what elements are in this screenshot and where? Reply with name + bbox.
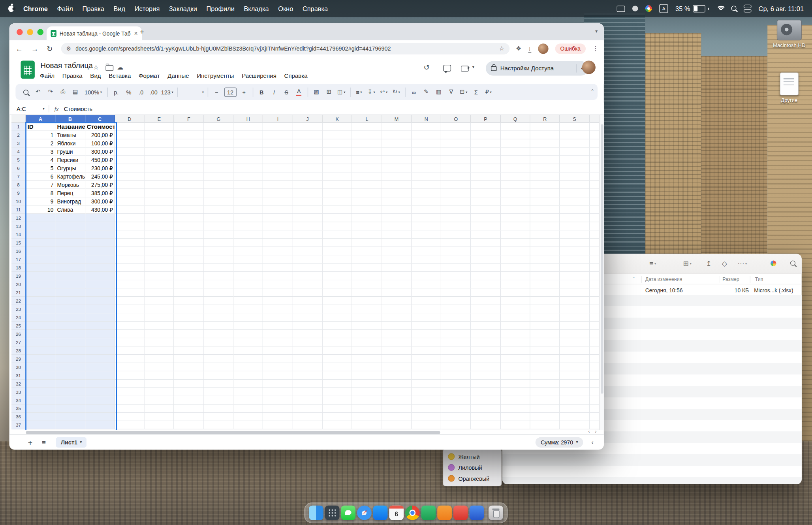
functions-button[interactable]: Σ [470, 86, 482, 98]
cell-E24[interactable] [145, 313, 174, 322]
row-header-30[interactable]: 30 [11, 363, 26, 371]
increase-decimals-button[interactable]: .00 [148, 86, 160, 98]
row-header-32[interactable]: 32 [11, 380, 26, 388]
desktop-icon-other[interactable]: Другие [771, 73, 807, 103]
cell-I19[interactable] [263, 272, 293, 280]
cell-F10[interactable] [174, 198, 204, 206]
cell-Q11[interactable] [501, 206, 530, 214]
cell-L7[interactable] [352, 173, 382, 181]
cell-Q32[interactable] [501, 380, 530, 388]
cell-D36[interactable] [115, 413, 145, 421]
cell-H34[interactable] [233, 396, 263, 405]
cell-P33[interactable] [471, 388, 500, 396]
cell-D11[interactable] [115, 206, 145, 214]
cell-Q37[interactable] [501, 421, 530, 429]
cell-N37[interactable] [412, 421, 441, 429]
cell-L12[interactable] [352, 214, 382, 222]
cell-K34[interactable] [323, 396, 352, 405]
row-header-7[interactable]: 7 [11, 173, 26, 181]
cell-O34[interactable] [441, 396, 471, 405]
meet-camera-icon[interactable] [461, 66, 469, 72]
borders-button[interactable]: ⊞ [323, 86, 335, 98]
cell-S34[interactable] [560, 396, 590, 405]
cell-E10[interactable] [145, 198, 174, 206]
downloads-icon[interactable]: ↓ [528, 45, 531, 52]
cell-K11[interactable] [323, 206, 352, 214]
cell-S29[interactable] [560, 355, 590, 363]
cell-R14[interactable] [530, 230, 560, 239]
cell-F1[interactable] [174, 123, 204, 131]
cell-O36[interactable] [441, 413, 471, 421]
cell-C1[interactable]: Стоимость [85, 123, 115, 131]
cell-K1[interactable] [323, 123, 352, 131]
sort-indicator[interactable]: ˆ [633, 276, 634, 282]
cell-C19[interactable] [85, 272, 115, 280]
cell-F30[interactable] [174, 363, 204, 371]
cell-G20[interactable] [204, 280, 233, 288]
sheets-menu-4[interactable]: Вставка [109, 73, 131, 79]
document-title[interactable]: Новая таблица [40, 61, 93, 70]
row-header-3[interactable]: 3 [11, 139, 26, 148]
cell-B30[interactable] [56, 363, 85, 371]
cell-R27[interactable] [530, 338, 560, 346]
tab-strip[interactable]: Новая таблица - Google Таб × + ▾ [9, 23, 604, 40]
cell-N24[interactable] [412, 313, 441, 322]
cell-E5[interactable] [145, 156, 174, 164]
dock-icon-calendar[interactable]: 6 [389, 506, 404, 520]
cell-I34[interactable] [263, 396, 293, 405]
cell-N7[interactable] [412, 173, 441, 181]
cell-R6[interactable] [530, 164, 560, 173]
cell-M6[interactable] [382, 164, 412, 173]
cell-G17[interactable] [204, 255, 233, 263]
cell-R24[interactable] [530, 313, 560, 322]
cell-M4[interactable] [382, 148, 412, 156]
collapse-panel-icon[interactable]: ‹ [591, 439, 593, 446]
menubar-item-3[interactable]: Правка [82, 5, 104, 12]
column-header-H[interactable]: H [233, 115, 263, 123]
row-header-20[interactable]: 20 [11, 280, 26, 288]
row-header-28[interactable]: 28 [11, 346, 26, 355]
cell-F32[interactable] [174, 380, 204, 388]
cell-T21[interactable] [590, 288, 599, 297]
cell-K13[interactable] [323, 222, 352, 231]
cell-A17[interactable] [26, 255, 56, 263]
cell-C7[interactable]: 245,00 ₽ [85, 173, 115, 181]
cell-S17[interactable] [560, 255, 590, 263]
chevron-down-icon[interactable]: ▾ [43, 106, 45, 110]
fill-color-button[interactable]: ▨ [310, 86, 322, 98]
cell-F12[interactable] [174, 214, 204, 222]
cell-B22[interactable] [56, 297, 85, 305]
dock-icon-finder[interactable] [309, 506, 323, 520]
cell-R13[interactable] [530, 222, 560, 231]
decrease-decimals-button[interactable]: .0 [135, 86, 147, 98]
cell-Q27[interactable] [501, 338, 530, 346]
cell-B35[interactable] [56, 405, 85, 413]
cell-T24[interactable] [590, 313, 599, 322]
cell-B32[interactable] [56, 380, 85, 388]
cell-F6[interactable] [174, 164, 204, 173]
insert-comment-button[interactable]: ✎ [420, 86, 432, 98]
cell-R33[interactable] [530, 388, 560, 396]
cell-M15[interactable] [382, 239, 412, 247]
version-history-icon[interactable]: ↺ [424, 63, 430, 72]
cell-G26[interactable] [204, 330, 233, 338]
cell-K29[interactable] [323, 355, 352, 363]
cell-D7[interactable] [115, 173, 145, 181]
cell-N2[interactable] [412, 131, 441, 139]
close-window-button[interactable] [17, 29, 23, 35]
cell-H30[interactable] [233, 363, 263, 371]
cell-A32[interactable] [26, 380, 56, 388]
cell-B26[interactable] [56, 330, 85, 338]
cell-I15[interactable] [263, 239, 293, 247]
cell-K19[interactable] [323, 272, 352, 280]
cell-N4[interactable] [412, 148, 441, 156]
cell-M5[interactable] [382, 156, 412, 164]
cell-G9[interactable] [204, 189, 233, 198]
cell-J31[interactable] [293, 371, 323, 380]
cell-T5[interactable] [590, 156, 599, 164]
cell-K25[interactable] [323, 322, 352, 330]
cell-M10[interactable] [382, 198, 412, 206]
cell-Q9[interactable] [501, 189, 530, 198]
cell-F22[interactable] [174, 297, 204, 305]
column-header-O[interactable]: O [441, 115, 471, 123]
